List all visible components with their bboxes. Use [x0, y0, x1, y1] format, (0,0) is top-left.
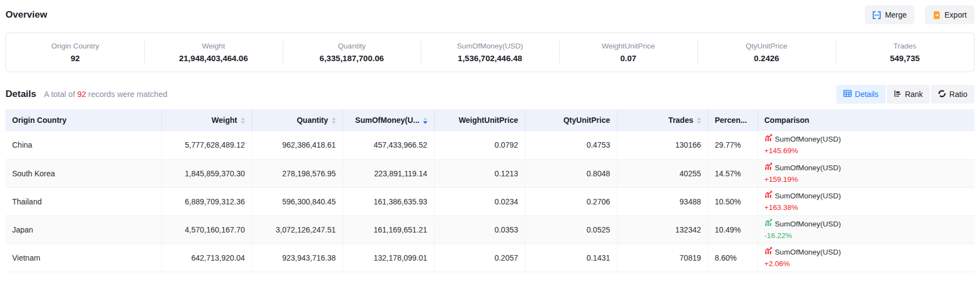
cell-quantity: 278,198,576.95 [252, 159, 343, 187]
table-header: Origin Country Weight Quantity SumOfMone… [6, 109, 974, 131]
sort-carets-icon[interactable] [241, 117, 245, 124]
column-header-label: Weight [212, 116, 237, 125]
view-tab-label: Ratio [949, 90, 967, 99]
cell-percentage: 10.50% [708, 187, 757, 215]
comparison-metric-label: SumOfMoney(USD) [775, 134, 841, 144]
trend-chart-icon [765, 134, 772, 144]
stat-label: QtyUnitPrice [746, 42, 788, 50]
cell-sum-of-money: 161,386,635.93 [343, 187, 434, 215]
cell-origin-country: Japan [6, 215, 161, 244]
column-header-label: Comparison [765, 116, 810, 125]
overview-stats-card: Origin Country 92 Weight 21,948,403,464.… [6, 33, 974, 72]
overview-title: Overview [6, 9, 47, 20]
cell-sum-of-money: 457,433,966.52 [343, 131, 434, 159]
cell-weight: 4,570,160,167.70 [161, 215, 252, 244]
comparison-metric-label: SumOfMoney(USD) [775, 247, 841, 257]
comparison-metric-line: SumOfMoney(USD) [765, 163, 968, 173]
cell-comparison: SumOfMoney(USD) -16.22% [757, 215, 974, 244]
details-table: Origin Country Weight Quantity SumOfMone… [6, 109, 974, 272]
cell-origin-country: Thailand [6, 187, 161, 215]
cell-weight: 6,889,709,312.36 [161, 187, 252, 215]
cell-trades: 70819 [617, 244, 708, 272]
table-header-row: Origin Country Weight Quantity SumOfMone… [6, 109, 974, 131]
cell-trades: 130166 [617, 131, 708, 159]
view-tab-ratio[interactable]: Ratio [931, 85, 974, 104]
details-header: Details A total of92records were matched… [6, 84, 974, 104]
column-header-sum-of-money[interactable]: SumOfMoney(U... [343, 109, 434, 131]
stat-value: 0.2426 [754, 53, 779, 63]
cell-percentage: 10.49% [708, 215, 757, 244]
comparison-change-value: +145.69% [765, 145, 968, 156]
stat-weight-unit-price: WeightUnitPrice 0.07 [559, 33, 697, 72]
cell-weight-unit-price: 0.1213 [434, 159, 525, 187]
view-tab-label: Rank [905, 90, 923, 99]
cell-comparison: SumOfMoney(USD) +163.38% [757, 187, 974, 215]
cell-trades: 132342 [617, 215, 708, 244]
stat-value: 0.07 [620, 53, 636, 63]
comparison-change-value: +2.06% [765, 258, 968, 269]
cell-weight-unit-price: 0.0792 [434, 131, 525, 159]
comparison-change-value: -16.22% [765, 230, 968, 241]
column-header-label: SumOfMoney(U... [355, 116, 420, 125]
stat-label: Origin Country [51, 42, 99, 50]
merge-button-label: Merge [885, 10, 907, 19]
trend-chart-icon [765, 163, 772, 173]
column-header-label: Percen... [715, 116, 747, 125]
cell-weight-unit-price: 0.0234 [434, 187, 525, 215]
cell-sum-of-money: 161,169,651.21 [343, 215, 434, 244]
table-row[interactable]: South Korea 1,845,859,370.30 278,198,576… [6, 159, 974, 187]
export-button[interactable]: Export [925, 6, 974, 24]
column-header-label: WeightUnitPrice [459, 116, 518, 125]
sort-carets-icon[interactable] [423, 117, 427, 124]
table-row[interactable]: Vietnam 642,713,920.04 923,943,716.38 13… [6, 244, 974, 272]
comparison-metric-line: SumOfMoney(USD) [765, 134, 968, 144]
cell-origin-country: China [6, 131, 161, 159]
cell-weight-unit-price: 0.0353 [434, 215, 525, 244]
column-header-origin-country[interactable]: Origin Country [6, 109, 161, 131]
column-header-quantity[interactable]: Quantity [252, 109, 343, 131]
cell-sum-of-money: 132,178,099.01 [343, 244, 434, 272]
comparison-trend: SumOfMoney(USD) -16.22% [765, 219, 968, 241]
comparison-change-value: +159.19% [765, 174, 968, 185]
cell-sum-of-money: 223,891,119.14 [343, 159, 434, 187]
cell-comparison: SumOfMoney(USD) +2.06% [757, 244, 974, 272]
comparison-metric-line: SumOfMoney(USD) [765, 191, 968, 201]
cell-qty-unit-price: 0.2706 [525, 187, 617, 215]
cell-comparison: SumOfMoney(USD) +159.19% [757, 159, 974, 187]
stat-weight: Weight 21,948,403,464.06 [144, 33, 283, 72]
stat-label: SumOfMoney(USD) [457, 42, 523, 50]
view-tab-details[interactable]: Details [836, 85, 886, 104]
cell-quantity: 962,386,418.61 [252, 131, 343, 159]
stat-qty-unit-price: QtyUnitPrice 0.2426 [697, 33, 836, 72]
summary-suffix: records were matched [88, 90, 167, 99]
comparison-metric-label: SumOfMoney(USD) [775, 163, 841, 173]
cell-qty-unit-price: 0.1431 [525, 244, 617, 272]
stat-label: Weight [202, 42, 225, 50]
column-header-percentage: Percen... [708, 109, 757, 131]
column-header-trades[interactable]: Trades [617, 109, 708, 131]
comparison-metric-label: SumOfMoney(USD) [775, 219, 841, 229]
column-header-weight[interactable]: Weight [161, 109, 252, 131]
cell-qty-unit-price: 0.8048 [525, 159, 617, 187]
table-row[interactable]: China 5,777,628,489.12 962,386,418.61 45… [6, 131, 974, 159]
column-header-comparison: Comparison [757, 109, 974, 131]
export-button-label: Export [945, 10, 967, 19]
cell-weight: 5,777,628,489.12 [161, 131, 252, 159]
view-tab-rank[interactable]: Rank [887, 85, 930, 104]
merge-icon [873, 11, 881, 19]
cell-weight: 1,845,859,370.30 [161, 159, 252, 187]
cell-quantity: 3,072,126,247.51 [252, 215, 343, 244]
column-header-label: Trades [668, 116, 693, 125]
comparison-trend: SumOfMoney(USD) +145.69% [765, 134, 968, 156]
cell-quantity: 923,943,716.38 [252, 244, 343, 272]
sort-carets-icon[interactable] [332, 117, 336, 124]
export-icon [933, 11, 941, 19]
table-row[interactable]: Thailand 6,889,709,312.36 596,300,840.45… [6, 187, 974, 215]
table-row[interactable]: Japan 4,570,160,167.70 3,072,126,247.51 … [6, 215, 974, 244]
merge-button[interactable]: Merge [865, 6, 914, 24]
view-switcher: Details Rank Ratio [836, 85, 974, 104]
cell-qty-unit-price: 0.0525 [525, 215, 617, 244]
sort-carets-icon[interactable] [697, 117, 701, 124]
stat-value: 21,948,403,464.06 [179, 53, 248, 63]
overview-header: Overview Merge [6, 4, 974, 25]
